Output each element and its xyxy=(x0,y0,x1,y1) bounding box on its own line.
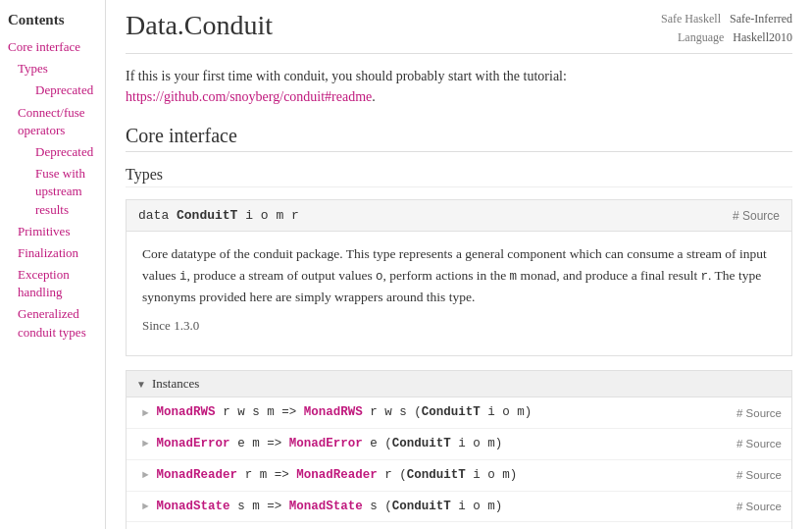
instance-arrow-icon-3: ► xyxy=(142,469,149,481)
inst-class-3a: MonadReader xyxy=(157,468,238,482)
sidebar-item-primitives[interactable]: Primitives xyxy=(18,223,97,240)
instance-row-4: ► MonadState s m => MonadState s (Condui… xyxy=(127,492,791,523)
intro-paragraph: If this is your first time with conduit,… xyxy=(126,66,792,107)
inst-class-1b: MonadRWS xyxy=(304,405,363,419)
instance-arrow-icon-2: ► xyxy=(142,438,149,450)
meta-box: Safe Haskell Safe-Inferred Language Hask… xyxy=(661,10,792,47)
intro-text-before: If this is your first time with conduit,… xyxy=(126,69,567,83)
sidebar-item-core-interface[interactable]: Core interface xyxy=(8,38,97,56)
desc-text-2: , produce a stream of output values xyxy=(186,268,376,283)
instances-section: ▼ Instances ► MonadRWS r w s m => MonadR… xyxy=(126,370,792,529)
desc-text-3: , perform actions in the xyxy=(383,268,510,283)
instance-source-1[interactable]: # Source xyxy=(736,407,782,419)
intro-period: . xyxy=(372,89,376,104)
sidebar-item-fuse-upstream[interactable]: Fuse with upstream results xyxy=(35,165,97,219)
since-text: Since 1.3.0 xyxy=(142,316,776,337)
type-name: ConduitT xyxy=(177,208,237,223)
sidebar-item-finalization[interactable]: Finalization xyxy=(18,244,97,262)
sidebar-item-generalized[interactable]: Generalized conduit types xyxy=(18,305,97,341)
types-heading: Types xyxy=(126,166,792,187)
sidebar-item-exception-handling[interactable]: Exception handling xyxy=(18,266,97,301)
instance-text-1: MonadRWS r w s m => MonadRWS r w s (Cond… xyxy=(157,403,727,422)
intro-link[interactable]: https://github.com/snoyberg/conduit#read… xyxy=(126,89,372,104)
instance-text-4: MonadState s m => MonadState s (ConduitT… xyxy=(157,498,727,516)
sidebar: Contents Core interface Types Deprecated… xyxy=(0,0,106,529)
instance-arrow-icon-4: ► xyxy=(142,501,149,512)
type-params: i o m r xyxy=(237,208,298,223)
data-keyword: data xyxy=(138,208,177,223)
inst-class-4a: MonadState xyxy=(157,500,230,513)
inst-type-1: ConduitT xyxy=(422,405,481,419)
desc-var-m: m xyxy=(510,270,518,284)
inst-type-2: ConduitT xyxy=(392,437,451,450)
description-box: Core datatype of the conduit package. Th… xyxy=(126,232,792,356)
instance-row-3: ► MonadReader r m => MonadReader r (Cond… xyxy=(127,460,791,492)
instance-arrow-icon: ► xyxy=(142,407,149,419)
core-interface-heading: Core interface xyxy=(126,125,792,152)
instance-source-3[interactable]: # Source xyxy=(736,469,782,481)
safe-haskell-label: Safe Haskell xyxy=(661,12,721,26)
instances-header[interactable]: ▼ Instances xyxy=(127,371,791,397)
instance-row-1: ► MonadRWS r w s m => MonadRWS r w s (Co… xyxy=(127,397,791,429)
desc-var-r: r xyxy=(701,270,709,284)
source-link[interactable]: # Source xyxy=(733,209,780,223)
type-decl-code: data ConduitT i o m r xyxy=(138,208,299,223)
sidebar-title: Contents xyxy=(8,12,97,28)
safe-haskell-value: Safe-Inferred xyxy=(730,12,792,26)
instances-triangle-icon: ▼ xyxy=(136,379,146,390)
sidebar-item-deprecated-1[interactable]: Deprecated xyxy=(35,81,97,99)
desc-var-o: o xyxy=(376,270,383,284)
sidebar-item-deprecated-2[interactable]: Deprecated xyxy=(35,143,97,161)
instance-row-5: ► MonadWriter w m => MonadWriter w (Cond… xyxy=(127,522,791,529)
inst-class-2b: MonadError xyxy=(289,437,363,450)
desc-text-4: monad, and produce a final result xyxy=(517,268,700,283)
inst-class-2a: MonadError xyxy=(157,437,230,450)
inst-class-1a: MonadRWS xyxy=(157,405,216,419)
instances-label: Instances xyxy=(152,376,199,392)
instance-text-3: MonadReader r m => MonadReader r (Condui… xyxy=(157,466,727,485)
instance-source-2[interactable]: # Source xyxy=(736,438,782,450)
header-bar: Data.Conduit Safe Haskell Safe-Inferred … xyxy=(126,0,792,54)
page-title: Data.Conduit xyxy=(126,10,273,41)
inst-class-4b: MonadState xyxy=(289,500,363,513)
inst-type-3: ConduitT xyxy=(407,468,466,482)
inst-class-3b: MonadReader xyxy=(296,468,378,482)
desc-paragraph: Core datatype of the conduit package. Th… xyxy=(142,243,776,307)
instance-source-4[interactable]: # Source xyxy=(736,501,782,512)
main-content: Data.Conduit Safe Haskell Safe-Inferred … xyxy=(106,0,812,529)
instance-text-2: MonadError e m => MonadError e (ConduitT… xyxy=(157,435,727,453)
instance-row-2: ► MonadError e m => MonadError e (Condui… xyxy=(127,429,791,460)
sidebar-item-types[interactable]: Types xyxy=(18,60,97,78)
type-decl-box: data ConduitT i o m r # Source xyxy=(126,199,792,232)
language-value: Haskell2010 xyxy=(733,30,792,44)
sidebar-item-connect-fuse[interactable]: Connect/fuse operators xyxy=(18,104,97,139)
inst-type-4: ConduitT xyxy=(392,500,451,513)
language-label: Language xyxy=(678,30,724,44)
